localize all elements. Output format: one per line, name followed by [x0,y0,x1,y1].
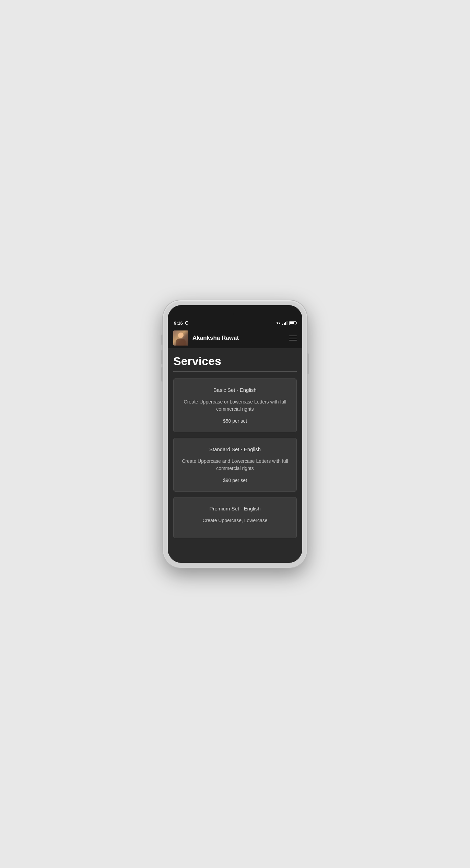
avatar[interactable] [173,330,188,346]
page-title: Services [173,354,297,368]
phone-screen: 9:16 G ▾▴ [168,305,302,563]
hamburger-line-2 [289,338,297,338]
power-button [307,353,309,374]
service-name-premium: Premium Set - English [180,506,290,511]
app-screen: 9:16 G ▾▴ [168,305,302,563]
service-card-premium[interactable]: Premium Set - English Create Uppercase, … [173,497,297,538]
hamburger-line-3 [289,340,297,340]
volume-up-button [161,350,163,364]
volume-down-button [161,367,163,382]
wifi-icon: ▾▴ [277,321,281,325]
mute-button [161,335,163,345]
battery-icon [289,321,296,325]
service-name-standard: Standard Set - English [180,446,290,452]
nav-user-name: Akanksha Rawat [192,335,289,341]
status-right: ▾▴ [277,321,296,325]
service-card-basic[interactable]: Basic Set - English Create Uppercase or … [173,378,297,432]
main-content: Services Basic Set - English Create Uppe… [168,348,302,563]
signal-icon [282,321,287,325]
hamburger-line-1 [289,336,297,336]
avatar-image [173,330,188,346]
service-desc-standard: Create Uppercase and Lowercase Letters w… [180,458,290,472]
status-left: 9:16 G [174,320,189,326]
service-desc-basic: Create Uppercase or Lowercase Letters wi… [180,398,290,413]
service-name-basic: Basic Set - English [180,387,290,393]
hamburger-menu-button[interactable] [289,336,297,340]
service-price-basic: $50 per set [180,418,290,424]
status-bar: 9:16 G ▾▴ [168,317,302,328]
earpiece-speaker [233,313,250,315]
time-display: 9:16 [174,321,183,326]
service-desc-premium: Create Uppercase, Lowercase [180,517,290,524]
phone-device: 9:16 G ▾▴ [163,300,307,568]
service-price-standard: $90 per set [180,478,290,483]
title-divider [173,371,297,372]
battery-fill [290,322,294,324]
carrier-icon: G [185,320,189,326]
nav-bar: Akanksha Rawat [168,328,302,348]
service-card-standard[interactable]: Standard Set - English Create Uppercase … [173,438,297,492]
